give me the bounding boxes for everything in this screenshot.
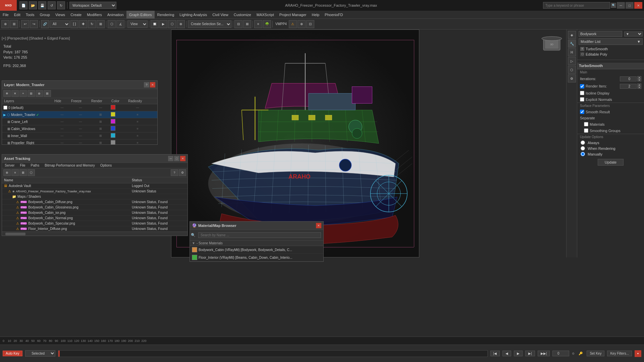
iterations-down[interactable]: ▼ (637, 79, 641, 81)
modifier-editable-poly[interactable]: ⬡ Editable Poly (579, 52, 643, 57)
scale-btn[interactable]: ⊠ (97, 20, 105, 28)
layer-crane-color[interactable] (111, 119, 127, 124)
asset-menu-options[interactable]: Options (98, 163, 114, 168)
render-setup-btn[interactable]: 🔲 (151, 20, 159, 28)
layer-default-color[interactable] (111, 105, 127, 110)
menu-help[interactable]: Help (309, 11, 322, 18)
new-file-btn[interactable]: 📄 (19, 1, 28, 9)
material-close-btn[interactable]: ✕ (316, 223, 321, 228)
menu-lighting[interactable]: Lighting Analysis (177, 11, 210, 18)
render-iters-up[interactable]: ▲ (637, 83, 641, 86)
layer-row-crane[interactable]: ⊞ Crane_Left — — ⊠ ≡ (2, 118, 157, 125)
asset-minimize-btn[interactable]: ─ (168, 156, 173, 161)
asset-menu-file[interactable]: File (17, 163, 28, 168)
asset-toolbar-btn1[interactable]: ⊕ (3, 169, 11, 176)
layer-default-checkbox[interactable] (3, 106, 7, 110)
scrollbar-thumb[interactable] (5, 233, 25, 235)
next-key-btn[interactable]: ▶▶| (538, 351, 550, 356)
layer-trawler-color[interactable] (111, 112, 127, 117)
maximize-btn[interactable]: □ (626, 2, 634, 9)
layer-row-default[interactable]: 0 (default) — — — — (2, 104, 157, 111)
rp-icon-create[interactable]: ◈ (568, 31, 576, 39)
layer-row-inner-wall[interactable]: ⊞ Inner_Wall — — ⊠ ≡ (2, 132, 157, 139)
always-radio[interactable] (581, 140, 585, 145)
asset-row-vault[interactable]: 🏛 Autodesk Vault Logged Out (2, 183, 187, 189)
asset-toolbar-btn4[interactable]: ⬡ (28, 169, 35, 176)
scene-explorer-btn[interactable]: 🌳 (263, 20, 271, 28)
asset-maximize-btn[interactable]: □ (174, 156, 179, 161)
iterations-up[interactable]: ▲ (637, 76, 641, 79)
layer-propeller-color[interactable] (111, 140, 127, 144)
undo-scene-btn[interactable]: ↩ (21, 20, 29, 28)
render-iters-input[interactable] (620, 84, 637, 89)
asset-toolbar-btn3[interactable]: ⊠ (19, 169, 27, 176)
smooth-result-checkbox[interactable] (580, 110, 584, 114)
layer-row-propeller[interactable]: ⊞ Propeller_Right — — ⊠ ≡ (2, 139, 157, 144)
render-iters-checkbox[interactable] (580, 84, 584, 88)
menu-civil[interactable]: Civil View (210, 11, 231, 18)
menu-animation[interactable]: Animation (105, 11, 126, 18)
layer-btn[interactable]: ≡ (254, 20, 262, 28)
rp-icon-modify[interactable]: 🔧 (568, 40, 576, 48)
menu-maxscript[interactable]: MAXScript (254, 11, 277, 18)
update-btn[interactable]: Update (598, 159, 624, 166)
material-search-input[interactable] (198, 232, 321, 238)
asset-row-normal[interactable]: ⚠ PNG Bodywork_Cabin_Normal.png Unknown … (2, 216, 187, 221)
layer-row-modern-trawler[interactable]: ▶ ⬡ Modern_Trawler ✓ — — ⊠ ≡ (2, 111, 157, 118)
next-frame-btn[interactable]: ▶| (525, 351, 535, 356)
workspace-dropdown[interactable]: Workspace: Default (69, 2, 116, 9)
asset-settings-btn[interactable]: ⚙ (179, 169, 186, 176)
asset-row-diffuse[interactable]: ⚠ PNG Bodywork_Cabin_Diffuse.png Unknown… (2, 199, 187, 205)
rp-icon-motion[interactable]: ▷ (568, 57, 576, 65)
asset-help-btn[interactable]: ? (171, 169, 178, 176)
undo-btn[interactable]: ↺ (48, 1, 56, 9)
select-obj-btn[interactable]: ⟦⟧ (70, 20, 78, 28)
redo-scene-btn[interactable]: ↪ (30, 20, 38, 28)
smoothing-groups-checkbox[interactable] (584, 128, 588, 133)
move-btn[interactable]: ✚ (79, 20, 87, 28)
manually-radio[interactable] (581, 152, 585, 156)
asset-row-ior[interactable]: ⚠ PNG Bodywork_Cabin_ior.png Unknown Sta… (2, 210, 187, 216)
asset-row-glossiness[interactable]: ⚠ PNG Bodywork_Cabin_Glossiness.png Unkn… (2, 205, 187, 210)
key-filters-btn[interactable]: Key Filters... (607, 351, 632, 356)
select-tool-btn[interactable]: ⊕ (1, 20, 9, 28)
asset-row-floor-diffuse[interactable]: ⚠ PNG Floor_Interior_Diffuse.png Unknown… (2, 226, 187, 232)
view-dropdown[interactable]: View (127, 20, 148, 28)
move-tool-btn[interactable]: ⊞ (10, 20, 18, 28)
layer-close-btn[interactable]: ✕ (150, 82, 155, 87)
material-row-floor[interactable]: Floor_Interior (VRayMtl) [Beams, Cabin_D… (190, 254, 323, 261)
asset-menu-bitmap[interactable]: Bitmap Performance and Memory (42, 163, 98, 168)
snaps-btn[interactable]: ⬡ (108, 20, 116, 28)
material-editor-btn[interactable]: ⬡ (168, 20, 176, 28)
object-name-input[interactable] (579, 31, 622, 37)
viewport-compass[interactable]: 3D (540, 35, 564, 54)
isoline-checkbox[interactable] (580, 91, 584, 95)
menu-project-manager[interactable]: Project Manager (277, 11, 309, 18)
menu-tools[interactable]: Tools (23, 11, 37, 18)
auto-key-btn[interactable]: Auto Key (3, 351, 22, 356)
menu-file[interactable]: File (0, 11, 11, 18)
align-btn[interactable]: ⊠ (243, 20, 251, 28)
global-search-input[interactable] (543, 2, 610, 9)
time-config-icon[interactable]: ⚙ (572, 352, 575, 355)
redo-btn[interactable]: ↻ (57, 1, 65, 9)
render-frame-btn[interactable]: ▶ (159, 20, 167, 28)
play-btn[interactable]: ▶ (514, 351, 523, 356)
render-iters-down[interactable]: ▼ (637, 86, 641, 89)
menu-group[interactable]: Group (37, 11, 53, 18)
when-rendering-radio[interactable] (581, 146, 585, 150)
modifier-turbosmooth[interactable]: T TurboSmooth (579, 46, 643, 52)
set-key-btn[interactable]: Set Key (587, 351, 604, 356)
layer-freeze-all-btn[interactable]: ❄ (3, 90, 11, 97)
minimize-btn[interactable]: ─ (617, 2, 625, 9)
close-btn[interactable]: ✕ (634, 2, 642, 9)
layer-cabin-color[interactable] (111, 126, 127, 131)
layer-add-selected-btn[interactable]: ⊕ (36, 90, 43, 97)
extra-btn1[interactable]: ⊕ (298, 20, 306, 28)
rp-icon-display[interactable]: ⬡ (568, 66, 576, 74)
menu-graph-editors[interactable]: Graph Editors (126, 11, 155, 18)
material-row-bodywork[interactable]: Bodywork_Cabin (VRayMtl) [Bodywork, Body… (190, 246, 323, 254)
asset-close-btn[interactable]: ✕ (180, 156, 185, 161)
layer-select-objs-btn[interactable]: ⊞ (28, 90, 35, 97)
asset-menu-paths[interactable]: Paths (28, 163, 42, 168)
